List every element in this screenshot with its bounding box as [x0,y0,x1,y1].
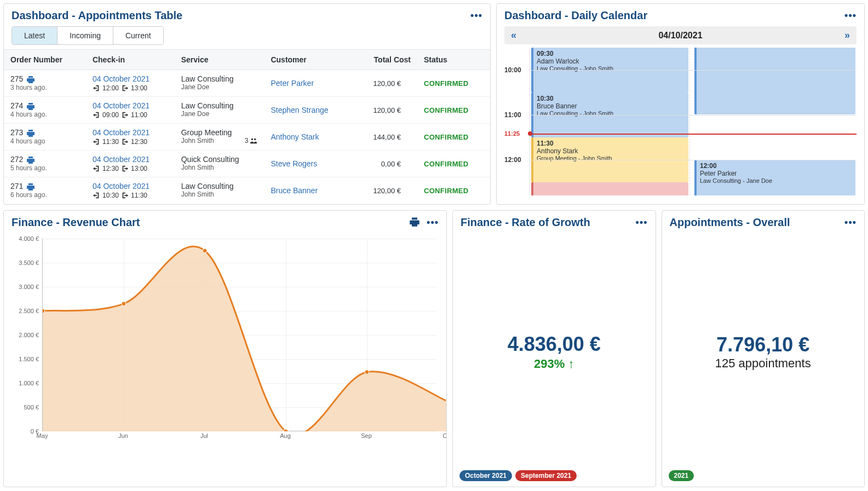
growth-value: 4.836,00 € [508,333,601,356]
x-tick-label: Jul [200,432,208,439]
checkin-date[interactable]: 04 October 2021 [93,155,168,164]
event-service: Law Consulting - John Smith [537,110,685,117]
prev-day-button[interactable]: « [511,30,516,41]
appointments-tabs: LatestIncomingCurrent [12,26,164,45]
order-number: 274 [10,101,23,110]
checkin-date[interactable]: 04 October 2021 [93,74,168,83]
calendar-event[interactable]: 12:00Peter ParkerLaw Consulting - Jane D… [694,160,855,195]
calendar-event[interactable] [531,182,688,195]
column-header[interactable]: Customer [264,50,353,70]
event-time: 10:30 [537,95,685,102]
print-icon[interactable] [26,128,35,137]
table-row[interactable]: 272 5 hours ago.04 October 2021 12:30 13… [4,151,490,177]
table-row[interactable]: 273 4 hours ago04 October 2021 11:30 12:… [4,124,490,151]
total-cost: 0,00 € [353,151,417,177]
tab-latest[interactable]: Latest [12,27,58,44]
checkin-date[interactable]: 04 October 2021 [93,182,168,190]
signout-icon [121,192,129,199]
more-icon[interactable]: ••• [636,217,648,228]
customer-link[interactable]: Steve Rogers [271,159,317,168]
x-tick-label: Aug [280,432,291,439]
appointments-overall-panel: Appointments - Overall ••• 7.796,10 € 12… [662,210,865,487]
calendar-body[interactable]: 10:0011:0012:0011:25 09:30Adam WarlockLa… [504,48,856,195]
event-time: 11:30 [537,140,685,147]
table-row[interactable]: 275 3 hours ago.04 October 2021 12:00 13… [4,70,490,97]
column-header[interactable]: Status [417,50,490,70]
appointments-table: Order NumberCheck-inServiceCustomerTotal… [4,49,490,204]
tab-current[interactable]: Current [113,27,163,44]
order-ago: 5 hours ago. [10,164,79,172]
hour-label: 12:00 [504,156,521,164]
tab-incoming[interactable]: Incoming [58,27,113,44]
chart-point[interactable] [203,249,207,253]
order-ago: 4 hours ago. [10,111,79,118]
total-cost: 120,00 € [353,97,417,124]
hour-label: 10:00 [504,66,521,74]
event-service: Law Consulting - John Smith [537,65,685,72]
period-badge[interactable]: 2021 [669,470,694,481]
service-name: Law Consulting [181,101,258,110]
customer-link[interactable]: Stephen Strange [271,106,328,114]
event-customer: Adam Warlock [537,57,685,65]
signin-icon [93,84,100,92]
chart-point[interactable] [43,309,45,313]
checkin-times: 10:30 11:30 [93,192,168,199]
next-day-button[interactable]: » [844,30,850,41]
calendar-event[interactable]: Stephen StrangeLaw Consulting - Jane Doe [694,48,855,114]
signin-icon [93,111,100,119]
people-icon [250,137,257,145]
revenue-chart-panel: Finance - Revenue Chart ••• 0 €500 €1.00… [3,210,447,487]
y-tick-label: 2.000 € [19,332,39,338]
order-number: 271 [10,182,23,190]
event-customer: Peter Parker [700,170,852,177]
customer-link[interactable]: Anthony Stark [271,132,319,141]
table-row[interactable]: 274 4 hours ago.04 October 2021 09:00 11… [4,97,490,124]
print-icon[interactable] [26,74,35,84]
print-icon[interactable] [26,155,35,164]
total-cost: 144,00 € [353,124,417,151]
panel-title: Finance - Revenue Chart [12,216,140,229]
appointments-table-panel: Dashboard - Appointments Table ••• Lates… [3,3,491,205]
print-icon[interactable] [26,182,35,191]
period-badge[interactable]: September 2021 [515,470,577,481]
panel-title: Finance - Rate of Growth [461,216,590,229]
hour-label: 11:00 [504,111,521,119]
revenue-chart[interactable]: 0 €500 €1.000 €1.500 €2.000 €2.500 €3.00… [12,235,439,443]
x-tick-label: Jun [118,432,128,439]
period-badge[interactable]: October 2021 [459,470,512,481]
y-tick-label: 500 € [24,404,39,411]
signin-icon [93,192,100,199]
column-header[interactable]: Check-in [86,50,175,70]
checkin-times: 12:00 13:00 [93,84,168,92]
more-icon[interactable]: ••• [844,217,856,228]
total-cost: 120,00 € [353,177,417,204]
chart-point[interactable] [284,429,288,431]
more-icon[interactable]: ••• [427,217,439,228]
print-icon[interactable] [26,101,35,111]
rate-of-growth-panel: Finance - Rate of Growth ••• 4.836,00 € … [452,210,656,487]
chart-svg [43,239,447,431]
overall-sub: 125 appointments [715,356,811,371]
customer-link[interactable]: Peter Parker [271,79,314,88]
signout-icon [121,84,129,92]
growth-percent: 293% ↑ [534,357,574,371]
panel-title: Dashboard - Daily Calendar [504,9,647,22]
overall-value: 7.796,10 € [716,333,809,356]
order-ago: 6 hours ago. [10,191,79,199]
checkin-date[interactable]: 04 October 2021 [93,101,168,110]
more-icon[interactable]: ••• [470,10,482,21]
customer-link[interactable]: Bruce Banner [271,186,318,195]
column-header[interactable]: Total Cost [353,50,417,70]
chart-point[interactable] [122,302,126,306]
y-tick-label: 1.000 € [19,380,39,386]
more-icon[interactable]: ••• [844,10,856,21]
checkin-date[interactable]: 04 October 2021 [93,128,168,137]
chart-point[interactable] [365,370,369,374]
print-icon[interactable] [409,216,420,229]
table-row[interactable]: 271 6 hours ago.04 October 2021 10:30 11… [4,177,490,204]
signin-icon [93,165,100,172]
column-header[interactable]: Order Number [4,50,86,70]
column-header[interactable]: Service [175,50,265,70]
calendar-date[interactable]: 04/10/2021 [658,31,702,41]
y-tick-label: 4.000 € [19,235,39,242]
